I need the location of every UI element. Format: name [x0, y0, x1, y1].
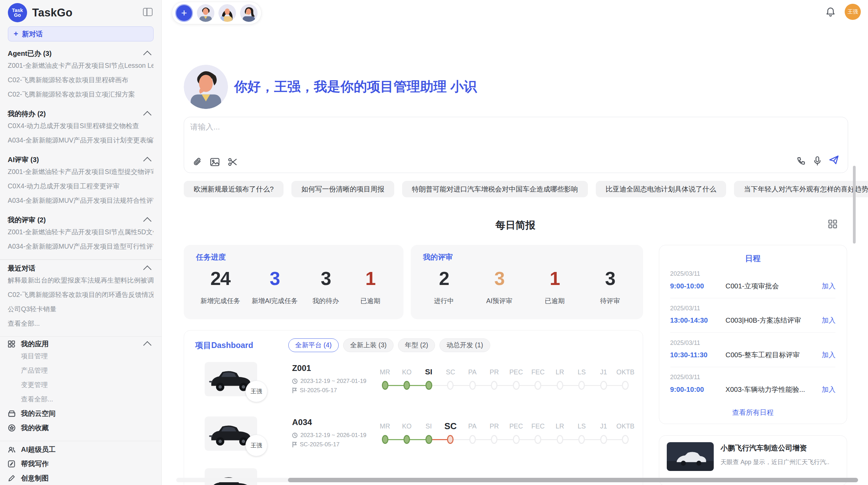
- horizontal-scrollbar-track: [176, 478, 855, 482]
- view-all-schedule-link[interactable]: 查看所有日程: [670, 408, 835, 417]
- section-agent-done[interactable]: Agent已办 (3): [8, 49, 154, 59]
- section-ai-review[interactable]: AI评审 (3): [8, 155, 154, 165]
- suggestion-chip[interactable]: 如何写一份清晰的项目周报: [291, 181, 394, 197]
- news-body: 天眼查 App 显示，近日广州汇天飞行汽...: [721, 458, 829, 466]
- recent-chat-item[interactable]: 解释最新出台的欧盟报废车法规再生塑料比例被调至15%...: [8, 273, 154, 288]
- microphone-icon[interactable]: [813, 156, 821, 165]
- stat-cards: 任务进度 24新增完成任务 3新增AI完成任务 3我的待办 1已逾期 我的评审 …: [184, 245, 643, 319]
- sidebar-item[interactable]: Z001-全新燃油轻卡产品开发项目SI造型提交物评审: [8, 165, 154, 179]
- chat-input[interactable]: [189, 120, 800, 150]
- view-all-link[interactable]: 查看全部...: [8, 316, 154, 331]
- view-all-link[interactable]: 查看全部...: [8, 392, 154, 407]
- sidebar-item[interactable]: C02-飞腾新能源轻客改款项目立项汇报方案: [8, 87, 154, 102]
- bell-icon[interactable]: [826, 7, 835, 17]
- milestone-dot: [557, 435, 563, 444]
- new-chat-label: 新对话: [22, 29, 43, 39]
- chevron-up-icon[interactable]: [143, 157, 151, 165]
- sidebar-item-creative-draw[interactable]: 创意制图: [8, 471, 154, 485]
- sidebar-item[interactable]: C0X4-动力总成开发项目工程变更评审: [8, 179, 154, 194]
- project-row[interactable]: 王强 A034 2023-12-19 ~ 2026-01-19 SC-2025-…: [195, 416, 632, 461]
- suggestion-chip[interactable]: 当下年轻人对汽车外观有怎样的喜好趋势: [734, 181, 868, 197]
- milestone-dot: [513, 381, 519, 390]
- event-name: C005-整车工程目标评审: [725, 350, 822, 360]
- filter-chip-platform[interactable]: 全新平台 (4): [288, 338, 339, 352]
- sidebar-item[interactable]: A034-全新新能源MUV产品开发项目法规符合性评审: [8, 194, 154, 208]
- schedule-title: 日程: [670, 253, 835, 264]
- chevron-up-icon[interactable]: [143, 217, 151, 225]
- divider: [0, 441, 161, 442]
- topbar-right: 王强: [826, 4, 861, 20]
- attachment-icon[interactable]: [193, 157, 202, 166]
- section-my-review[interactable]: 我的评审 (2): [8, 215, 154, 225]
- send-icon[interactable]: [829, 155, 839, 166]
- stat-new-ai-done: 3新增AI完成任务: [252, 268, 298, 305]
- image-icon[interactable]: [210, 158, 219, 166]
- milestone-track: MRKOSISCPAPRPECFECLRLSJ1OKTB: [374, 421, 640, 450]
- sidebar-item[interactable]: Z001-全新燃油皮卡产品开发项目SI节点Lesson Learn报告: [8, 59, 154, 73]
- section-recent[interactable]: 最近对话: [8, 263, 154, 273]
- sidebar-item-cloud[interactable]: 我的云空间: [8, 407, 154, 421]
- chevron-up-icon[interactable]: [143, 51, 151, 59]
- chevron-up-icon[interactable]: [143, 341, 151, 349]
- join-link[interactable]: 加入: [822, 282, 835, 291]
- filter-chip-body[interactable]: 全新上装 (3): [343, 338, 394, 352]
- section-my-todo[interactable]: 我的待办 (2): [8, 109, 154, 119]
- scissors-icon[interactable]: [228, 158, 237, 166]
- milestone-track: MRKOSISCPAPRPECFECLRLSJ1OKTB: [374, 366, 640, 396]
- join-link[interactable]: 加入: [822, 350, 835, 360]
- app-item-project-mgmt[interactable]: 项目管理: [8, 349, 154, 363]
- milestone-dot: [491, 435, 497, 444]
- news-card[interactable]: 小鹏飞行汽车制造公司增资 天眼查 App 显示，近日广州汇天飞行汽...: [659, 435, 847, 485]
- recent-chat-item[interactable]: C02-飞腾新能源轻客改款项目的闭环通告反馈情况: [8, 288, 154, 302]
- new-chat-button[interactable]: + 新对话: [8, 26, 154, 41]
- sidebar-item-favorites[interactable]: 我的收藏: [8, 421, 154, 435]
- agent-avatar-2[interactable]: [218, 4, 236, 22]
- sidebar-item[interactable]: C02-飞腾新能源轻客改款项目里程碑画布: [8, 73, 154, 87]
- add-agent-button[interactable]: +: [175, 4, 193, 22]
- phone-icon[interactable]: [797, 157, 806, 165]
- join-link[interactable]: 加入: [822, 385, 835, 394]
- milestone-dot-done: [403, 435, 410, 444]
- logo-line2: Go: [14, 13, 21, 18]
- suggestion-chip[interactable]: 比亚迪全固态电池计划具体说了什么: [596, 181, 726, 197]
- event-time: 10:30-11:30: [670, 351, 725, 359]
- stat-ai-prereview: 3AI预评审: [483, 268, 516, 305]
- layout-grid-icon[interactable]: [828, 220, 837, 228]
- milestone-dot: [578, 381, 585, 390]
- section-my-apps[interactable]: 我的应用: [8, 339, 154, 349]
- card-title: 任务进度: [196, 252, 391, 262]
- vertical-scrollbar-thumb[interactable]: [853, 166, 856, 243]
- plus-icon: +: [14, 30, 18, 38]
- daily-brief-header: 每日简报: [184, 219, 847, 231]
- sidebar-item-ai-staff[interactable]: AI超级员工: [8, 443, 154, 457]
- milestone-dot: [469, 381, 476, 390]
- daily-brief-title: 每日简报: [184, 219, 847, 232]
- agent-avatar-1[interactable]: [197, 4, 215, 22]
- agent-avatar-3[interactable]: [240, 4, 258, 22]
- filter-chip-year[interactable]: 年型 (2): [398, 338, 435, 352]
- sidebar-item[interactable]: C0X4-动力总成开发项目SI里程碑提交物检查: [8, 119, 154, 133]
- chevron-up-icon[interactable]: [143, 111, 151, 119]
- filter-chip-powertrain[interactable]: 动总开发 (1): [439, 338, 490, 352]
- user-avatar[interactable]: 王强: [845, 4, 861, 20]
- horizontal-scrollbar-thumb[interactable]: [288, 478, 858, 482]
- sidebar-item[interactable]: Z001-全新燃油轻卡产品开发项目SI节点属性5D文件评审: [8, 225, 154, 239]
- join-link[interactable]: 加入: [822, 316, 835, 325]
- project-row[interactable]: 王强 Z001 2023-12-19 ~ 2027-01-19 SI-2025-…: [195, 362, 632, 406]
- sidebar-item[interactable]: A034-全新新能源MUV产品开发项目计划变更表编写: [8, 133, 154, 148]
- suggestion-chip[interactable]: 欧洲新规最近颁布了什么?: [184, 181, 284, 197]
- sidebar-header: Task Go TaskGo: [8, 0, 154, 25]
- sidebar-collapse-icon[interactable]: [143, 8, 152, 16]
- project-name: A034: [292, 418, 366, 427]
- suggestion-chip[interactable]: 特朗普可能对进口汽车增税会对中国车企造成哪些影响: [402, 181, 588, 197]
- milestone-dot: [622, 435, 628, 444]
- milestone-dot-done: [382, 381, 388, 390]
- recent-chat-item[interactable]: 公司Q3轻卡销量: [8, 302, 154, 316]
- event-time: 13:00-14:30: [670, 316, 725, 324]
- stat-pending-review: 3待评审: [593, 268, 627, 305]
- app-item-change-mgmt[interactable]: 变更管理: [8, 378, 154, 392]
- app-item-product-mgmt[interactable]: 产品管理: [8, 363, 154, 378]
- chevron-up-icon[interactable]: [143, 265, 151, 273]
- sidebar-item-write-helper[interactable]: 帮我写作: [8, 457, 154, 471]
- sidebar-item[interactable]: A034-全新新能源MUV产品开发项目造型可行性评审: [8, 239, 154, 254]
